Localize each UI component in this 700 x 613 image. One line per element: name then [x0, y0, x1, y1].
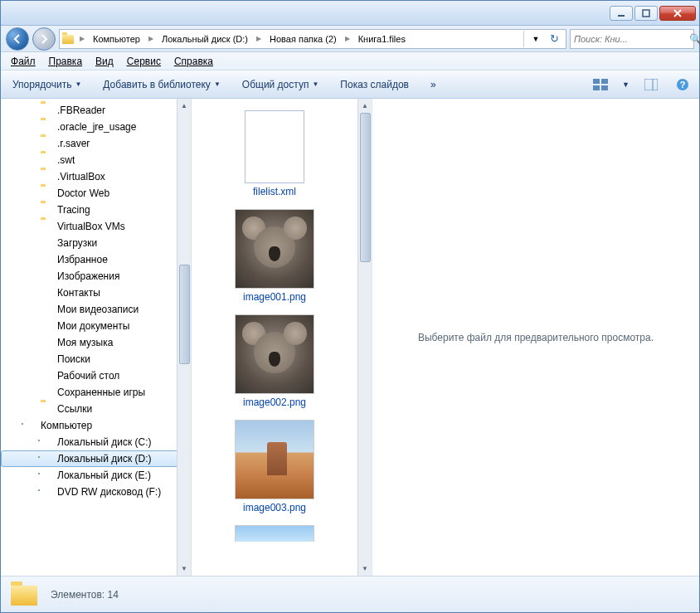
slideshow-button[interactable]: Показ слайдов	[335, 75, 414, 94]
tree-item[interactable]: Рабочий стол	[1, 367, 191, 384]
svg-rect-6	[644, 79, 658, 90]
tree-item[interactable]: Локальный диск (D:)	[1, 450, 191, 467]
tree-item[interactable]: Избранное	[1, 251, 191, 268]
breadcrumb-item[interactable]: Новая папка (2)	[265, 30, 342, 48]
preview-placeholder-text: Выберите файл для предварительного просм…	[418, 332, 654, 343]
view-options-button[interactable]	[591, 75, 610, 95]
scroll-up-icon[interactable]: ▲	[177, 99, 191, 113]
tree-item[interactable]: Tracing	[1, 202, 191, 218]
tree-item[interactable]: .VirtualBox	[1, 168, 191, 185]
tree-item[interactable]: VirtualBox VMs	[1, 218, 191, 235]
folder-icon	[41, 203, 54, 216]
tree-item[interactable]: Мои видеозаписи	[1, 301, 191, 318]
organize-button[interactable]: Упорядочить▼	[7, 75, 86, 94]
tree-item[interactable]: .FBReader	[1, 102, 191, 119]
search-input[interactable]	[574, 34, 689, 44]
file-item[interactable]: image001.png	[231, 206, 318, 306]
menu-tools[interactable]: Сервис	[122, 54, 166, 69]
tree-item[interactable]: Локальный диск (E:)	[1, 467, 191, 484]
tree-item[interactable]: .swt	[1, 152, 191, 168]
maximize-button[interactable]	[634, 6, 658, 21]
breadcrumb[interactable]: ▶ Компьютер ▶ Локальный диск (D:) ▶ Нова…	[59, 29, 566, 49]
file-name: image001.png	[243, 291, 306, 303]
tree-item-label: Компьютер	[41, 420, 92, 431]
special-icon	[41, 353, 54, 366]
file-item[interactable]	[231, 522, 318, 545]
breadcrumb-item[interactable]: Книга1.files	[353, 30, 411, 48]
chevron-right-icon[interactable]: ▶	[145, 35, 157, 42]
scroll-up-icon[interactable]: ▲	[358, 99, 372, 113]
menu-file[interactable]: Файл	[6, 54, 41, 69]
svg-rect-3	[601, 79, 608, 84]
tree-item[interactable]: Моя музыка	[1, 334, 191, 351]
chevron-down-icon: ▼	[75, 80, 81, 88]
menu-view[interactable]: Вид	[90, 54, 119, 69]
tree-item-label: DVD RW дисковод (F:)	[57, 486, 161, 498]
breadcrumb-item[interactable]: Локальный диск (D:)	[157, 30, 253, 48]
chevron-down-icon[interactable]: ▼	[622, 80, 630, 89]
special-icon	[41, 253, 54, 266]
file-item[interactable]: image002.png	[231, 311, 318, 411]
tree-item[interactable]: Поиски	[1, 351, 191, 367]
tree-scrollbar[interactable]: ▲ ▼	[177, 99, 191, 576]
tree-item[interactable]: Сохраненные игры	[1, 384, 191, 401]
file-thumbnail	[235, 525, 314, 542]
tree-item-label: Поиски	[57, 353, 90, 365]
tree-item[interactable]: Изображения	[1, 268, 191, 285]
menu-help[interactable]: Справка	[169, 54, 218, 69]
tree-item-label: Локальный диск (D:)	[57, 453, 152, 465]
dropdown-icon[interactable]: ▼	[527, 31, 544, 47]
tree-item[interactable]: Ссылки	[1, 401, 191, 417]
chevron-right-icon[interactable]: ▶	[76, 35, 88, 42]
forward-button[interactable]	[32, 27, 56, 51]
search-icon[interactable]: 🔍	[689, 33, 700, 45]
refresh-icon[interactable]: ↻	[546, 31, 562, 47]
close-button[interactable]	[659, 6, 696, 21]
tree-item[interactable]: .oracle_jre_usage	[1, 119, 191, 135]
tree-item[interactable]: Загрузки	[1, 235, 191, 251]
file-list[interactable]: filelist.xmlimage001.pngimage002.pngimag…	[192, 99, 357, 576]
drive-icon	[41, 435, 54, 449]
tree-item[interactable]: Doctor Web	[1, 185, 191, 202]
minimize-button[interactable]	[610, 6, 633, 21]
special-icon	[41, 336, 54, 349]
chevron-right-icon[interactable]: ▶	[342, 35, 353, 42]
share-button[interactable]: Общий доступ▼	[237, 75, 324, 94]
help-button[interactable]: ?	[673, 75, 693, 95]
file-thumbnail	[235, 420, 314, 499]
menubar: Файл Правка Вид Сервис Справка	[1, 52, 699, 71]
tree-item[interactable]: Локальный диск (C:)	[1, 434, 191, 450]
scroll-down-icon[interactable]: ▼	[358, 562, 372, 576]
scrollbar-thumb[interactable]	[179, 265, 190, 364]
more-button[interactable]: »	[425, 75, 441, 94]
navigation-tree[interactable]: .FBReader.oracle_jre_usage.r.saver.swt.V…	[1, 99, 192, 576]
folder-icon	[41, 220, 54, 233]
add-to-library-button[interactable]: Добавить в библиотеку▼	[98, 75, 225, 94]
special-icon	[41, 369, 54, 382]
titlebar	[1, 1, 699, 26]
scrollbar-thumb[interactable]	[360, 113, 371, 262]
svg-rect-4	[593, 85, 600, 90]
svg-rect-0	[618, 15, 625, 17]
tree-item[interactable]: .r.saver	[1, 135, 191, 152]
tree-item-label: Избранное	[57, 254, 108, 265]
tree-item-label: Загрузки	[57, 237, 97, 249]
svg-rect-2	[593, 79, 600, 84]
back-button[interactable]	[6, 27, 29, 51]
tree-item[interactable]: Мои документы	[1, 318, 191, 334]
file-item[interactable]: image003.png	[231, 416, 318, 517]
menu-edit[interactable]: Правка	[44, 54, 88, 69]
file-name: filelist.xml	[253, 186, 296, 197]
file-item[interactable]: filelist.xml	[241, 107, 308, 201]
folder-icon	[41, 137, 54, 150]
preview-pane-button[interactable]	[641, 75, 661, 95]
search-box[interactable]: 🔍	[570, 29, 694, 49]
chevron-right-icon[interactable]: ▶	[253, 35, 265, 42]
tree-item[interactable]: DVD RW дисковод (F:)	[1, 484, 191, 500]
file-scrollbar[interactable]: ▲ ▼	[357, 99, 372, 576]
scroll-down-icon[interactable]: ▼	[177, 562, 191, 576]
tree-item-label: Tracing	[57, 204, 90, 216]
tree-item[interactable]: Контакты	[1, 285, 191, 301]
tree-item[interactable]: Компьютер	[1, 417, 191, 434]
breadcrumb-item[interactable]: Компьютер	[88, 30, 145, 48]
